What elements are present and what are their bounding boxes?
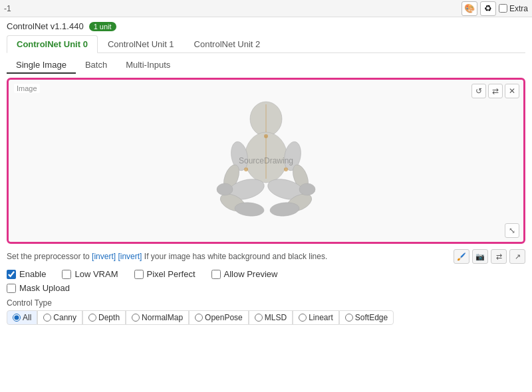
- extra-checkbox[interactable]: [499, 4, 507, 13]
- enable-checkbox-label[interactable]: Enable: [7, 269, 46, 279]
- tab-unit-1[interactable]: ControlNet Unit 1: [98, 35, 184, 52]
- svg-point-17: [264, 134, 268, 138]
- info-text: Set the preprocessor to [invert] [invert…: [7, 252, 327, 261]
- flip-button[interactable]: ⇄: [488, 84, 503, 98]
- radio-depth[interactable]: Depth: [82, 310, 126, 325]
- radio-mlsd-input[interactable]: [255, 314, 263, 322]
- pixel-perfect-label: Pixel Perfect: [147, 269, 196, 279]
- svg-point-19: [284, 167, 288, 171]
- enable-label: Enable: [19, 269, 46, 279]
- arrow-icon-button[interactable]: ↗: [509, 249, 525, 264]
- control-type-label: Control Type: [7, 298, 525, 308]
- tab-single-image[interactable]: Single Image: [7, 57, 76, 74]
- image-controls: ↺ ⇄ ✕: [471, 84, 519, 98]
- radio-mlsd-label: MLSD: [265, 313, 287, 322]
- pixel-perfect-checkbox[interactable]: [134, 270, 144, 279]
- radio-softedge-label: SoftEdge: [355, 313, 388, 322]
- checkboxes-row-1: Enable Low VRAM Pixel Perfect Allow Prev…: [7, 269, 525, 279]
- low-vram-label: Low VRAM: [74, 269, 118, 279]
- radio-openpose[interactable]: OpenPose: [189, 310, 249, 325]
- allow-preview-checkbox[interactable]: [211, 270, 221, 279]
- tab-unit-2[interactable]: ControlNet Unit 2: [184, 35, 271, 52]
- radio-canny-label: Canny: [53, 313, 76, 322]
- radio-lineart[interactable]: Lineart: [293, 310, 339, 325]
- unit-tabs: ControlNet Unit 0 ControlNet Unit 1 Cont…: [7, 35, 525, 53]
- radio-depth-input[interactable]: [88, 314, 96, 322]
- top-bar-label: -1: [4, 4, 11, 13]
- low-vram-checkbox[interactable]: [62, 270, 71, 279]
- recycle-icon-button[interactable]: ♻: [480, 1, 496, 16]
- radio-depth-label: Depth: [98, 313, 120, 322]
- close-button[interactable]: ✕: [505, 84, 519, 98]
- tab-batch[interactable]: Batch: [76, 57, 116, 74]
- radio-normalmap-label: NormalMap: [142, 313, 183, 322]
- mask-upload-label: Mask Upload: [19, 283, 70, 293]
- info-link-text[interactable]: [invert]: [118, 252, 142, 261]
- radio-canny[interactable]: Canny: [37, 310, 82, 325]
- extra-checkbox-label[interactable]: Extra: [499, 4, 528, 13]
- figure-svg: [173, 91, 359, 231]
- extra-label: Extra: [509, 4, 528, 13]
- cn-header: ControlNet v1.1.440 1 unit: [7, 21, 525, 31]
- info-prefix: Set the preprocessor to: [7, 252, 90, 261]
- radio-lineart-label: Lineart: [309, 313, 333, 322]
- pixel-perfect-checkbox-label[interactable]: Pixel Perfect: [134, 269, 196, 279]
- tab-unit-0[interactable]: ControlNet Unit 0: [7, 35, 98, 53]
- radio-softedge[interactable]: SoftEdge: [339, 310, 394, 325]
- top-bar-actions: 🎨 ♻ Extra: [462, 1, 528, 16]
- svg-point-14: [299, 183, 315, 195]
- image-label: Image: [14, 84, 40, 93]
- palette-icon-button[interactable]: 🎨: [462, 1, 477, 16]
- radio-openpose-input[interactable]: [195, 314, 203, 322]
- control-type-row: All Canny Depth NormalMap OpenPose MLSD …: [7, 310, 525, 325]
- mask-upload-checkbox-label[interactable]: Mask Upload: [7, 283, 70, 293]
- photo-icon-button[interactable]: 📷: [472, 249, 488, 264]
- main-content: ControlNet v1.1.440 1 unit ControlNet Un…: [0, 17, 532, 329]
- cn-badge: 1 unit: [89, 22, 116, 31]
- allow-preview-checkbox-label[interactable]: Allow Preview: [211, 269, 278, 279]
- radio-lineart-input[interactable]: [299, 314, 307, 322]
- allow-preview-label: Allow Preview: [224, 269, 278, 279]
- mask-upload-checkbox[interactable]: [7, 284, 16, 293]
- svg-point-18: [244, 167, 248, 171]
- radio-canny-input[interactable]: [43, 314, 51, 322]
- figure-container: SourceDrawing: [9, 80, 523, 242]
- info-row: Set the preprocessor to [invert] [invert…: [7, 249, 525, 264]
- swap-icon-button[interactable]: ⇄: [491, 249, 507, 264]
- cn-title: ControlNet v1.1.440: [7, 21, 84, 31]
- radio-normalmap-input[interactable]: [132, 314, 140, 322]
- radio-all-label: All: [23, 313, 31, 322]
- mode-tabs: Single Image Batch Multi-Inputs: [7, 57, 525, 74]
- reset-button[interactable]: ↺: [471, 84, 486, 98]
- top-bar: -1 🎨 ♻ Extra: [0, 0, 532, 17]
- image-upload-area[interactable]: Image ↺ ⇄ ✕ ⤡ SourceDrawing: [7, 78, 525, 244]
- expand-button[interactable]: ⤡: [505, 223, 519, 238]
- paint-icon-button[interactable]: 🖌️: [454, 249, 469, 264]
- low-vram-checkbox-label[interactable]: Low VRAM: [62, 269, 118, 279]
- radio-normalmap[interactable]: NormalMap: [126, 310, 189, 325]
- radio-softedge-input[interactable]: [345, 314, 353, 322]
- checkboxes-row-2: Mask Upload: [7, 283, 525, 293]
- radio-all-input[interactable]: [13, 314, 21, 322]
- svg-point-13: [217, 183, 233, 195]
- radio-all[interactable]: All: [7, 310, 37, 325]
- radio-mlsd[interactable]: MLSD: [249, 310, 293, 325]
- enable-checkbox[interactable]: [7, 270, 16, 279]
- info-link[interactable]: [invert]: [92, 252, 116, 261]
- radio-openpose-label: OpenPose: [205, 313, 243, 322]
- info-icons: 🖌️ 📷 ⇄ ↗: [454, 249, 525, 264]
- tab-multi-inputs[interactable]: Multi-Inputs: [116, 57, 180, 74]
- info-suffix: If your image has white background and b…: [144, 252, 328, 261]
